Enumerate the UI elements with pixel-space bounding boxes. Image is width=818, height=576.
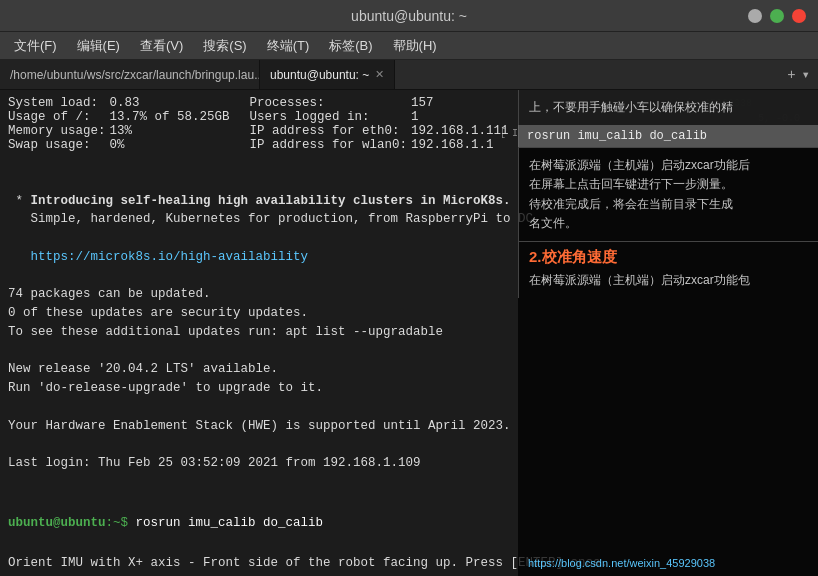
menu-edit[interactable]: 编辑(E) bbox=[67, 35, 130, 57]
prompt-user: ubuntu@ubuntu bbox=[8, 516, 106, 530]
line-lastlogin: Last login: Thu Feb 25 03:52:09 2021 fro… bbox=[8, 456, 421, 470]
tab-home[interactable]: ubuntu@ubuntu: ~ ✕ bbox=[260, 60, 395, 89]
processes-label: Processes: bbox=[250, 96, 412, 110]
minimize-button[interactable] bbox=[748, 9, 762, 23]
prompt-suffix: :~$ bbox=[106, 516, 129, 530]
line-release2: Run 'do-release-upgrade' to upgrade to i… bbox=[8, 381, 323, 395]
overlay-mid-section: 在树莓派源端（主机端）启动zxcar功能后 在屏幕上点击回车键进行下一步测量。 … bbox=[518, 147, 818, 241]
tab-home-label: ubuntu@ubuntu: ~ bbox=[270, 68, 369, 82]
line-hwe: Your Hardware Enablement Stack (HWE) is … bbox=[8, 419, 511, 433]
tab-bringup[interactable]: /home/ubuntu/ws/src/zxcar/launch/bringup… bbox=[0, 60, 260, 89]
menu-search[interactable]: 搜索(S) bbox=[193, 35, 256, 57]
tab-bringup-label: /home/ubuntu/ws/src/zxcar/launch/bringup… bbox=[10, 68, 260, 82]
memory-label: Memory usage: bbox=[8, 124, 110, 138]
tab-menu-button[interactable]: ▾ bbox=[802, 66, 810, 83]
menu-bar: 文件(F) 编辑(E) 查看(V) 搜索(S) 终端(T) 标签(B) 帮助(H… bbox=[0, 32, 818, 60]
overlay-bottom-link-area: https://blog.csdn.net/weixin_45929038 bbox=[528, 554, 808, 572]
overlay-mid-text3: 待校准完成后，将会在当前目录下生成 bbox=[529, 195, 808, 214]
line-microk8s2: Simple, hardened, Kubernetes for product… bbox=[8, 212, 541, 226]
sysinfo-row-swap: Swap usage: 0% IP address for wlan0: 192… bbox=[8, 138, 509, 152]
users-val: 1 bbox=[411, 110, 509, 124]
swap-val: 0% bbox=[110, 138, 250, 152]
overlay-heading-section: 2.校准角速度 在树莓派源端（主机端）启动zxcar功能包 bbox=[518, 241, 818, 298]
overlay-panel: 上，不要用手触碰小车以确保校准的精 rosrun imu_calib do_ca… bbox=[518, 90, 818, 576]
menu-tabs[interactable]: 标签(B) bbox=[319, 35, 382, 57]
sysinfo-row-memory: Memory usage: 13% IP address for eth0: 1… bbox=[8, 124, 509, 138]
eth0-label: IP address for eth0: bbox=[250, 124, 412, 138]
terminal-area: weixin_45929038 5, -0.0 [ INFO] 16142252… bbox=[0, 90, 818, 576]
menu-terminal[interactable]: 终端(T) bbox=[257, 35, 320, 57]
users-label: Users logged in: bbox=[250, 110, 412, 124]
tab-home-close[interactable]: ✕ bbox=[375, 68, 384, 81]
overlay-mid-text1: 在树莓派源端（主机端）启动zxcar功能后 bbox=[529, 156, 808, 175]
line-link: https://microk8s.io/high-availability bbox=[8, 250, 308, 264]
overlay-bottom-link[interactable]: https://blog.csdn.net/weixin_45929038 bbox=[528, 557, 715, 569]
usage-val: 13.7% of 58.25GB bbox=[110, 110, 250, 124]
menu-view[interactable]: 查看(V) bbox=[130, 35, 193, 57]
line-release1: New release '20.04.2 LTS' available. bbox=[8, 362, 278, 376]
eth0-val: 192.168.1.111 bbox=[411, 124, 509, 138]
window-controls[interactable] bbox=[748, 9, 806, 23]
processes-val: 157 bbox=[411, 96, 509, 110]
line-microk8s1: * Introducing self-healing high availabi… bbox=[8, 194, 511, 208]
menu-help[interactable]: 帮助(H) bbox=[383, 35, 447, 57]
rosrun-cmd-text: rosrun imu_calib do_calib bbox=[527, 129, 707, 143]
overlay-mid-text4: 名文件。 bbox=[529, 214, 808, 233]
wlan0-val: 192.168.1.1 bbox=[411, 138, 509, 152]
system-load-val: 0.83 bbox=[110, 96, 250, 110]
line-packages2: 0 of these updates are security updates. bbox=[8, 306, 308, 320]
tab-bar: /home/ubuntu/ws/src/zxcar/launch/bringup… bbox=[0, 60, 818, 90]
wlan0-label: IP address for wlan0: bbox=[250, 138, 412, 152]
overlay-top: 上，不要用手触碰小车以确保校准的精 bbox=[518, 90, 818, 125]
tab-actions: + ▾ bbox=[787, 60, 818, 89]
line-packages3: To see these additional updates run: apt… bbox=[8, 325, 443, 339]
system-load-label: System load: bbox=[8, 96, 110, 110]
rosrun-bar: rosrun imu_calib do_calib bbox=[518, 125, 818, 147]
memory-val: 13% bbox=[110, 124, 250, 138]
overlay-mid-text2: 在屏幕上点击回车键进行下一步测量。 bbox=[529, 175, 808, 194]
close-button[interactable] bbox=[792, 9, 806, 23]
sysinfo-row-load: System load: 0.83 Processes: 157 bbox=[8, 96, 509, 110]
line-packages1: 74 packages can be updated. bbox=[8, 287, 211, 301]
swap-label: Swap usage: bbox=[8, 138, 110, 152]
overlay-top-text: 上，不要用手触碰小车以确保校准的精 bbox=[529, 98, 808, 117]
sysinfo-row-usage: Usage of /: 13.7% of 58.25GB Users logge… bbox=[8, 110, 509, 124]
overlay-bottom-text1: 在树莓派源端（主机端）启动zxcar功能包 bbox=[529, 271, 808, 290]
window-title: ubuntu@ubuntu: ~ bbox=[351, 8, 467, 24]
maximize-button[interactable] bbox=[770, 9, 784, 23]
usage-label: Usage of /: bbox=[8, 110, 110, 124]
title-bar: ubuntu@ubuntu: ~ bbox=[0, 0, 818, 32]
overlay-heading: 2.校准角速度 bbox=[529, 248, 808, 267]
prompt-command: rosrun imu_calib do_calib bbox=[128, 516, 323, 530]
new-tab-button[interactable]: + bbox=[787, 67, 795, 83]
menu-file[interactable]: 文件(F) bbox=[4, 35, 67, 57]
